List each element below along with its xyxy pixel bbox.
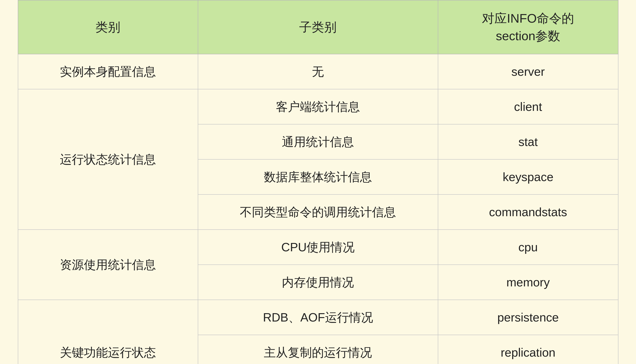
table-row: 运行状态统计信息客户端统计信息client bbox=[18, 89, 618, 124]
subcategory-cell: 不同类型命令的调用统计信息 bbox=[198, 194, 438, 230]
section-cell: persistence bbox=[438, 300, 618, 335]
category-cell: 关键功能运行状态 bbox=[18, 300, 198, 364]
subcategory-cell: CPU使用情况 bbox=[198, 230, 438, 265]
subcategory-cell: 数据库整体统计信息 bbox=[198, 159, 438, 194]
category-cell: 实例本身配置信息 bbox=[18, 54, 198, 89]
category-cell: 资源使用统计信息 bbox=[18, 230, 198, 300]
subcategory-cell: 内存使用情况 bbox=[198, 265, 438, 300]
section-cell: client bbox=[438, 89, 618, 124]
category-cell: 运行状态统计信息 bbox=[18, 89, 198, 230]
table-row: 关键功能运行状态RDB、AOF运行情况persistence bbox=[18, 300, 618, 335]
header-subcategory: 子类别 bbox=[198, 0, 438, 54]
subcategory-cell: 客户端统计信息 bbox=[198, 89, 438, 124]
section-cell: memory bbox=[438, 265, 618, 300]
section-cell: replication bbox=[438, 335, 618, 364]
subcategory-cell: 无 bbox=[198, 54, 438, 89]
header-row: 类别 子类别 对应INFO命令的section参数 bbox=[18, 0, 618, 54]
subcategory-cell: 主从复制的运行情况 bbox=[198, 335, 438, 364]
subcategory-cell: 通用统计信息 bbox=[198, 124, 438, 159]
table-row: 资源使用统计信息CPU使用情况cpu bbox=[18, 230, 618, 265]
header-section: 对应INFO命令的section参数 bbox=[438, 0, 618, 54]
section-cell: stat bbox=[438, 124, 618, 159]
subcategory-cell: RDB、AOF运行情况 bbox=[198, 300, 438, 335]
section-cell: keyspace bbox=[438, 159, 618, 194]
info-table: 类别 子类别 对应INFO命令的section参数 实例本身配置信息无serve… bbox=[18, 0, 618, 364]
header-category: 类别 bbox=[18, 0, 198, 54]
section-cell: server bbox=[438, 54, 618, 89]
table-body: 实例本身配置信息无server运行状态统计信息客户端统计信息client通用统计… bbox=[18, 54, 618, 364]
section-cell: commandstats bbox=[438, 194, 618, 230]
table-row: 实例本身配置信息无server bbox=[18, 54, 618, 89]
section-cell: cpu bbox=[438, 230, 618, 265]
page-wrapper: 类别 子类别 对应INFO命令的section参数 实例本身配置信息无serve… bbox=[0, 0, 636, 364]
